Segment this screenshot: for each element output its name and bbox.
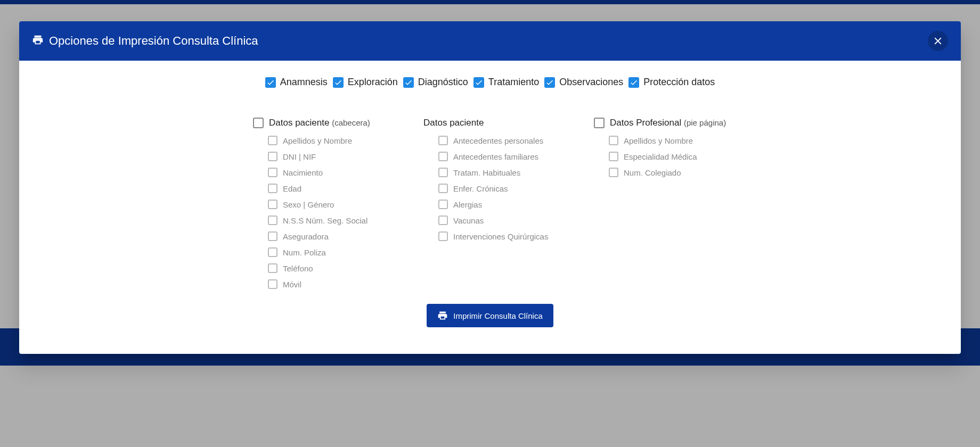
print-button-label: Imprimir Consulta Clínica (453, 311, 543, 320)
item-telefono[interactable]: Teléfono (268, 263, 386, 273)
checkbox-icon (609, 136, 618, 145)
modal-title: Opciones de Impresión Consulta Clínica (49, 34, 258, 48)
label-tratamiento: Tratamiento (488, 77, 539, 88)
item-movil[interactable]: Móvil (268, 279, 386, 289)
checkbox-datos-profesional[interactable] (594, 118, 605, 128)
item-label: Antecedentes personales (453, 136, 543, 145)
checkbox-icon (438, 216, 448, 225)
item-num-poliza[interactable]: Num. Poliza (268, 247, 386, 257)
checkbox-icon (268, 263, 277, 273)
check-icon (544, 77, 555, 88)
checkbox-icon (268, 152, 277, 161)
modal-header: Opciones de Impresión Consulta Clínica (19, 21, 961, 61)
item-label: DNI | NIF (283, 152, 316, 161)
checkbox-diagnostico[interactable]: Diagnóstico (403, 77, 468, 88)
item-aseguradora[interactable]: Aseguradora (268, 231, 386, 241)
item-label: Num. Colegiado (624, 168, 681, 177)
item-label: Alergias (453, 200, 482, 209)
item-label: Intervenciones Quirúrgicas (453, 232, 548, 241)
checkbox-icon (438, 200, 448, 209)
label-anamnesis: Anamnesis (280, 77, 328, 88)
item-prof-apellidos-nombre[interactable]: Apellidos y Nombre (609, 136, 727, 145)
item-num-colegiado[interactable]: Num. Colegiado (609, 168, 727, 177)
col1-list: Apellidos y Nombre DNI | NIF Nacimiento … (253, 136, 386, 289)
column-datos-profesional: Datos Profesional (pie página) Apellidos… (594, 118, 727, 289)
checkbox-icon (268, 200, 277, 209)
checkbox-exploracion[interactable]: Exploración (333, 77, 398, 88)
checkbox-icon (438, 136, 448, 145)
print-button[interactable]: Imprimir Consulta Clínica (427, 304, 553, 327)
item-label: Tratam. Habituales (453, 168, 520, 177)
checkbox-icon (268, 279, 277, 289)
col1-title: Datos paciente (269, 118, 329, 128)
item-apellidos-nombre[interactable]: Apellidos y Nombre (268, 136, 386, 145)
checkbox-proteccion-datos[interactable]: Protección datos (628, 77, 715, 88)
item-edad[interactable]: Edad (268, 184, 386, 193)
column-datos-paciente-antecedentes: Datos paciente Antecedentes personales A… (423, 118, 557, 289)
item-label: Apellidos y Nombre (283, 136, 352, 145)
item-antecedentes-familiares[interactable]: Antecedentes familiares (438, 152, 557, 161)
item-dni-nif[interactable]: DNI | NIF (268, 152, 386, 161)
checkbox-tratamiento[interactable]: Tratamiento (473, 77, 539, 88)
checkbox-icon (609, 168, 618, 177)
col1-header[interactable]: Datos paciente (cabecera) (253, 118, 386, 128)
check-icon (628, 77, 639, 88)
checkbox-icon (438, 184, 448, 193)
col3-header[interactable]: Datos Profesional (pie página) (594, 118, 727, 128)
item-sexo-genero[interactable]: Sexo | Género (268, 200, 386, 209)
modal-body: Anamnesis Exploración Diagnóstico Tratam… (19, 61, 961, 354)
col2-title: Datos paciente (423, 118, 484, 128)
item-antecedentes-personales[interactable]: Antecedentes personales (438, 136, 557, 145)
item-enfer-cronicas[interactable]: Enfer. Crónicas (438, 184, 557, 193)
item-label: Sexo | Género (283, 200, 334, 209)
check-icon (333, 77, 344, 88)
check-icon (403, 77, 414, 88)
checkbox-icon (268, 247, 277, 257)
item-alergias[interactable]: Alergias (438, 200, 557, 209)
print-icon (32, 34, 44, 48)
item-label: Antecedentes familiares (453, 152, 538, 161)
checkbox-datos-paciente-cabecera[interactable] (253, 118, 264, 128)
checkbox-icon (268, 136, 277, 145)
col2-header: Datos paciente (423, 118, 557, 128)
item-label: Apellidos y Nombre (624, 136, 693, 145)
col3-paren: (pie página) (684, 118, 726, 127)
checkbox-icon (438, 152, 448, 161)
item-label: Edad (283, 184, 301, 193)
print-icon (437, 310, 448, 321)
col3-list: Apellidos y Nombre Especialidad Médica N… (594, 136, 727, 177)
columns: Datos paciente (cabecera) Apellidos y No… (40, 118, 940, 289)
item-label: Móvil (283, 280, 301, 289)
item-intervenciones-quirurgicas[interactable]: Intervenciones Quirúrgicas (438, 231, 557, 241)
col3-title: Datos Profesional (610, 118, 681, 128)
label-proteccion-datos: Protección datos (643, 77, 715, 88)
label-diagnostico: Diagnóstico (418, 77, 468, 88)
check-icon (473, 77, 484, 88)
item-label: Enfer. Crónicas (453, 184, 508, 193)
checkbox-icon (268, 168, 277, 177)
checkbox-anamnesis[interactable]: Anamnesis (265, 77, 328, 88)
close-icon (932, 35, 944, 47)
item-vacunas[interactable]: Vacunas (438, 216, 557, 225)
item-label: Teléfono (283, 264, 313, 273)
check-icon (265, 77, 276, 88)
checkbox-icon (268, 216, 277, 225)
print-options-modal: Opciones de Impresión Consulta Clínica A… (19, 21, 961, 354)
column-datos-paciente-cabecera: Datos paciente (cabecera) Apellidos y No… (253, 118, 386, 289)
checkbox-icon (438, 231, 448, 241)
checkbox-icon (268, 184, 277, 193)
item-especialidad-medica[interactable]: Especialidad Médica (609, 152, 727, 161)
col2-list: Antecedentes personales Antecedentes fam… (423, 136, 557, 241)
item-tratam-habituales[interactable]: Tratam. Habituales (438, 168, 557, 177)
item-label: Especialidad Médica (624, 152, 697, 161)
item-nss[interactable]: N.S.S Núm. Seg. Social (268, 216, 386, 225)
checkbox-icon (268, 231, 277, 241)
checkbox-observaciones[interactable]: Observaciones (544, 77, 623, 88)
item-nacimiento[interactable]: Nacimiento (268, 168, 386, 177)
checkbox-icon (438, 168, 448, 177)
modal-header-left: Opciones de Impresión Consulta Clínica (32, 34, 258, 48)
item-label: Aseguradora (283, 232, 329, 241)
close-button[interactable] (928, 31, 948, 51)
item-label: Nacimiento (283, 168, 323, 177)
item-label: N.S.S Núm. Seg. Social (283, 216, 368, 225)
